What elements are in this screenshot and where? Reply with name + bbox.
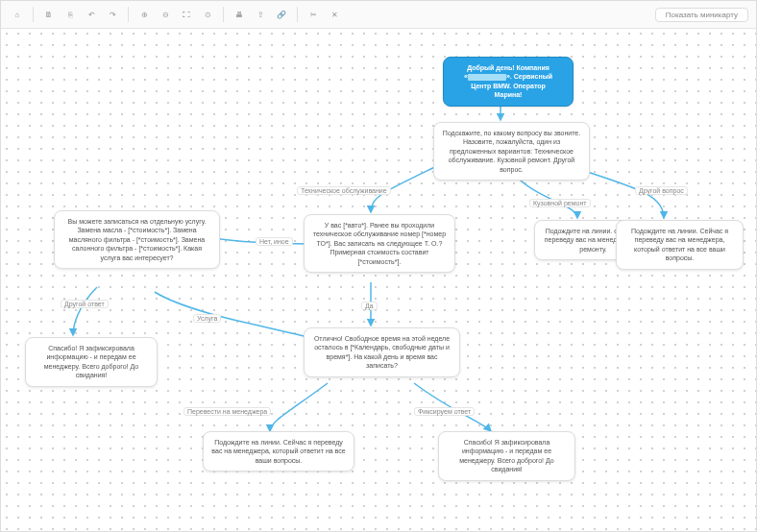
- text: Спасибо! Я зафиксировала информацию - и …: [44, 345, 138, 378]
- edge-label-transfer-manager: Перевести на менеджера: [183, 407, 271, 416]
- node-tech-service[interactable]: У вас [*авто*]. Ранее вы проходили техни…: [304, 214, 455, 273]
- edges-layer: [1, 28, 756, 531]
- node-thanks-right[interactable]: Спасибо! Я зафиксировала информацию - и …: [438, 431, 575, 481]
- separator: [128, 7, 129, 22]
- node-question[interactable]: Подскажите, по какому вопросу вы звоните…: [433, 122, 590, 181]
- text: Добрый день! Компания: [467, 64, 549, 71]
- edge-label-service: Услуга: [193, 314, 221, 323]
- home-icon[interactable]: ⌂: [9, 6, 26, 23]
- separator: [297, 7, 298, 22]
- cut-icon[interactable]: ✂: [305, 6, 322, 23]
- center-icon[interactable]: ⊙: [199, 6, 216, 23]
- text: Вы можете записаться на отдельную услугу…: [68, 218, 207, 261]
- undo-icon[interactable]: ↶: [83, 6, 100, 23]
- separator: [33, 7, 34, 22]
- node-separate-services[interactable]: Вы можете записаться на отдельную услугу…: [54, 210, 220, 269]
- text: Спасибо! Я зафиксировала информацию - и …: [459, 439, 553, 472]
- text: Подождите на линии. Сейчас я переведу ва…: [631, 228, 728, 261]
- redo-icon[interactable]: ↷: [104, 6, 121, 23]
- edge-label-other-answer: Другой ответ: [61, 300, 109, 308]
- node-start[interactable]: Добрый день! Компания «». Сервисный Цент…: [443, 57, 574, 107]
- fit-icon[interactable]: ⛶: [178, 6, 195, 23]
- export-icon[interactable]: ⇪: [252, 6, 269, 23]
- show-minimap-button[interactable]: Показать миникарту: [655, 8, 748, 22]
- edge-label-fix-answer: Фиксируем ответ: [414, 407, 475, 416]
- edge-label-yes: Да: [361, 302, 378, 310]
- toolbar: ⌂ 🗎 ⎘ ↶ ↷ ⊕ ⊖ ⛶ ⊙ 🖶 ⇪ 🔗 ✂ ✕ Показать мин…: [1, 1, 756, 29]
- diagram-canvas[interactable]: Добрый день! Компания «». Сервисный Цент…: [1, 28, 756, 531]
- delete-icon[interactable]: ✕: [326, 6, 343, 23]
- node-transfer-manager[interactable]: Подождите на линии. Сейчас я переведу ва…: [203, 431, 354, 472]
- zoom-out-icon[interactable]: ⊖: [157, 6, 174, 23]
- edge-label-no: Нет, иное: [256, 237, 293, 246]
- edge-label-body: Кузовной ремонт: [529, 199, 591, 207]
- link-icon[interactable]: 🔗: [273, 6, 290, 23]
- copy-icon[interactable]: ⎘: [61, 6, 79, 23]
- redacted: [468, 74, 506, 81]
- separator: [223, 7, 224, 22]
- text: Подскажите, по какому вопросу вы звоните…: [443, 130, 580, 173]
- new-icon[interactable]: 🗎: [40, 6, 58, 23]
- node-other-question[interactable]: Подождите на линии. Сейчас я переведу ва…: [616, 220, 744, 270]
- zoom-in-icon[interactable]: ⊕: [135, 6, 153, 23]
- app-window: ⌂ 🗎 ⎘ ↶ ↷ ⊕ ⊖ ⛶ ⊙ 🖶 ⇪ 🔗 ✂ ✕ Показать мин…: [0, 0, 757, 532]
- text: Отлично! Свободное время на этой неделе …: [314, 335, 450, 369]
- edge-label-other: Другой вопрос: [635, 186, 688, 195]
- edge-label-tech: Техническое обслуживание: [297, 186, 391, 195]
- text: Подождите на линии. Сейчас я переведу ва…: [211, 439, 345, 464]
- text: ». Сервисный: [506, 73, 552, 80]
- node-thanks-left[interactable]: Спасибо! Я зафиксировала информацию - и …: [25, 337, 158, 387]
- text: У вас [*авто*]. Ранее вы проходили техни…: [313, 222, 446, 265]
- print-icon[interactable]: 🖶: [231, 6, 248, 23]
- text: Марина!: [495, 91, 523, 98]
- text: Центр BMW. Оператор: [471, 83, 546, 89]
- node-schedule[interactable]: Отлично! Свободное время на этой неделе …: [304, 327, 460, 377]
